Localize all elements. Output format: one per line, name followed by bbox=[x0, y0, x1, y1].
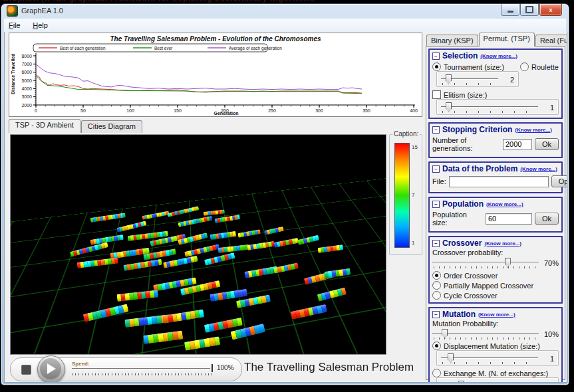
order-crossover-radio[interactable] bbox=[432, 271, 441, 280]
svg-text:Distance Travelled: Distance Travelled bbox=[11, 54, 15, 94]
know-more-link[interactable]: (Know more...) bbox=[480, 53, 517, 59]
svg-text:150: 150 bbox=[174, 108, 182, 113]
svg-text:8000: 8000 bbox=[21, 54, 32, 58]
open-button[interactable]: Open bbox=[551, 175, 567, 187]
collapse-icon[interactable]: − bbox=[432, 52, 440, 60]
close-button[interactable]: x bbox=[539, 4, 562, 16]
scale-mid: 7 bbox=[412, 192, 414, 198]
speed-value: 100% bbox=[217, 364, 234, 371]
window-title: GraphEA 1.0 bbox=[21, 7, 63, 15]
roulette-label: Roulette bbox=[531, 63, 559, 71]
population-size-input[interactable] bbox=[486, 213, 532, 225]
maximize-icon bbox=[525, 6, 533, 13]
displacement-size-value: 1 bbox=[542, 355, 554, 363]
displacement-mutation-label: Displacement Mutation (size:) bbox=[444, 342, 540, 350]
parameters-panel: − Selection (Know more...) Tournament (s… bbox=[426, 46, 565, 380]
title-bar[interactable]: GraphEA 1.0 x bbox=[1, 4, 569, 19]
mutation-prob-slider[interactable] bbox=[432, 329, 539, 340]
caption-colorbar: Caption: 15 7 1 bbox=[389, 134, 422, 255]
section-title: Stopping Criterion bbox=[442, 125, 512, 134]
section-title: Population bbox=[442, 199, 484, 209]
know-more-link[interactable]: (Know more...) bbox=[484, 241, 521, 246]
collapse-icon[interactable]: − bbox=[432, 201, 440, 208]
collapse-icon[interactable]: − bbox=[432, 311, 440, 318]
collapse-icon[interactable]: − bbox=[432, 126, 440, 134]
minimize-icon bbox=[507, 11, 513, 13]
svg-text:3000: 3000 bbox=[21, 94, 32, 99]
menu-bar: File Help bbox=[4, 19, 566, 33]
tournament-radio[interactable] bbox=[432, 62, 441, 71]
section-title: Data of the Problem bbox=[442, 164, 517, 173]
section-mutation: − Mutation (Know more...) Mutation Proba… bbox=[428, 307, 563, 383]
mutation-prob-value: 10% bbox=[541, 330, 559, 338]
section-title: Mutation bbox=[442, 310, 476, 319]
displacement-mutation-radio[interactable] bbox=[432, 342, 441, 350]
exchange-count-slider[interactable] bbox=[441, 381, 538, 383]
problem-tabs: Binary (KSP) Permut. (TSP) Real (Functio… bbox=[426, 33, 567, 47]
collapse-icon[interactable]: − bbox=[432, 240, 440, 247]
view-tabs: TSP - 3D Ambient Cities Diagram bbox=[9, 119, 143, 133]
order-crossover-label: Order Crossover bbox=[444, 272, 498, 280]
app-icon bbox=[7, 6, 17, 16]
tab-real-functions[interactable]: Real (Functions) bbox=[535, 35, 567, 47]
svg-text:250: 250 bbox=[268, 108, 276, 113]
screen: GraphEA (A full graphical Framework for … bbox=[0, 0, 574, 392]
svg-text:5000: 5000 bbox=[21, 78, 32, 83]
play-icon bbox=[47, 363, 56, 374]
elitism-checkbox[interactable] bbox=[432, 90, 441, 99]
tab-binary-ksp[interactable]: Binary (KSP) bbox=[426, 35, 478, 47]
partially-mapped-crossover-radio[interactable] bbox=[432, 281, 441, 290]
file-label: File: bbox=[432, 177, 446, 185]
partially-mapped-crossover-label: Partially Mapped Crossover bbox=[444, 282, 533, 290]
maximize-button[interactable] bbox=[520, 4, 539, 16]
menu-help[interactable]: Help bbox=[28, 19, 53, 31]
minimize-button[interactable] bbox=[501, 4, 519, 16]
crossover-prob-value: 70% bbox=[541, 259, 559, 267]
cycle-crossover-label: Cycle Crossover bbox=[444, 292, 498, 300]
exchange-mutation-label: Exchange M. (N. of exchanges:) bbox=[444, 369, 548, 377]
know-more-link[interactable]: (Know more...) bbox=[478, 312, 515, 318]
svg-text:Generation: Generation bbox=[214, 111, 239, 116]
displacement-size-group: 1 bbox=[436, 350, 559, 366]
tournament-size-group: 2 bbox=[436, 71, 519, 87]
know-more-link[interactable]: (Know more...) bbox=[486, 201, 523, 207]
cycle-crossover-radio[interactable] bbox=[432, 291, 441, 300]
displacement-size-slider[interactable] bbox=[441, 353, 538, 364]
scale-max: 15 bbox=[412, 144, 418, 150]
tournament-size-value: 2 bbox=[502, 76, 514, 84]
exchange-mutation-radio[interactable] bbox=[432, 369, 441, 377]
generations-input[interactable] bbox=[503, 139, 532, 150]
population-ok-button[interactable]: Ok bbox=[535, 213, 559, 225]
speed-label: Speed: bbox=[72, 361, 90, 367]
know-more-link[interactable]: (Know more...) bbox=[515, 127, 552, 133]
stop-button[interactable] bbox=[21, 365, 31, 375]
application-window: GraphEA 1.0 x File Help The Travelling S… bbox=[1, 4, 569, 385]
svg-text:6000: 6000 bbox=[21, 70, 32, 74]
elitism-size-group: 1 bbox=[436, 99, 559, 115]
play-button[interactable] bbox=[37, 355, 65, 383]
menu-file[interactable]: File bbox=[4, 19, 25, 31]
file-input[interactable] bbox=[449, 176, 549, 187]
exchange-count-group: 2 bbox=[436, 377, 559, 383]
tournament-size-slider[interactable] bbox=[441, 74, 498, 85]
tab-permut-tsp[interactable]: Permut. (TSP) bbox=[479, 33, 535, 47]
speed-slider-thumb[interactable] bbox=[212, 364, 213, 372]
elitism-label: Elitism (size:) bbox=[444, 91, 487, 99]
roulette-radio[interactable] bbox=[520, 62, 529, 71]
elitism-size-slider[interactable] bbox=[441, 102, 538, 113]
speed-slider-ticks bbox=[72, 373, 213, 375]
collapse-icon[interactable]: − bbox=[432, 165, 440, 173]
svg-text:Best of each generation: Best of each generation bbox=[60, 46, 106, 51]
section-selection: − Selection (Know more...) Tournament (s… bbox=[428, 49, 563, 119]
svg-text:100: 100 bbox=[126, 108, 134, 113]
tab-cities-diagram[interactable]: Cities Diagram bbox=[81, 120, 142, 133]
section-stopping-criterion: − Stopping Criterion (Know more...) Numb… bbox=[428, 122, 563, 158]
crossover-prob-slider[interactable] bbox=[432, 258, 539, 268]
svg-text:Best ever: Best ever bbox=[154, 46, 173, 50]
tab-tsp-3d-ambient[interactable]: TSP - 3D Ambient bbox=[9, 119, 80, 133]
tsp-3d-viewport[interactable] bbox=[10, 134, 386, 355]
svg-text:0: 0 bbox=[35, 108, 37, 113]
know-more-link[interactable]: (Know more...) bbox=[520, 166, 557, 172]
generations-ok-button[interactable]: Ok bbox=[535, 138, 559, 150]
speed-slider[interactable] bbox=[72, 368, 210, 369]
